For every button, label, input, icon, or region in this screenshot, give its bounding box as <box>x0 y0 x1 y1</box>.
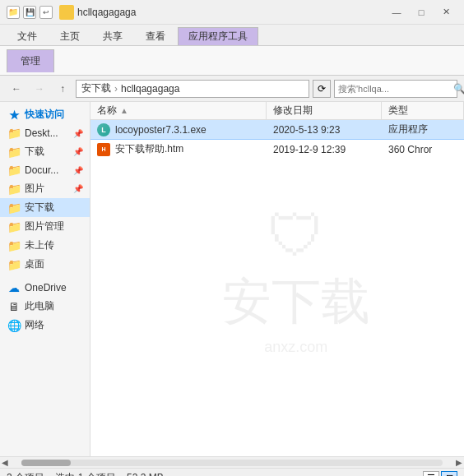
undo-icon: ↩ <box>39 6 53 19</box>
view-list-button[interactable]: ☰ <box>423 471 439 477</box>
sidebar-quick-access[interactable]: ★ 快速访问 <box>0 105 90 124</box>
exe-icon: L <box>97 123 110 136</box>
sidebar-documents-label: Docur... <box>25 164 58 176</box>
ribbon-tabs: 文件 主页 共享 查看 应用程序工具 <box>0 25 464 46</box>
content-area: 🛡 安下载 anxz.com 名称 ▲ 修改日期 类型 L locoyposte… <box>90 102 464 456</box>
sidebar-item-pictures[interactable]: 📁 图片 📌 <box>0 179 90 198</box>
tab-file[interactable]: 文件 <box>7 27 48 45</box>
tab-home[interactable]: 主页 <box>49 27 90 45</box>
sidebar-picmanage-label: 图片管理 <box>25 220 64 233</box>
sidebar-anzaiload-label: 安下载 <box>25 201 54 215</box>
col-header-name[interactable]: 名称 ▲ <box>90 102 267 119</box>
search-box[interactable]: 🔍 <box>334 80 457 98</box>
save-icon: 💾 <box>23 6 36 19</box>
search-icon: 🔍 <box>453 83 464 95</box>
view-buttons[interactable]: ☰ ⊞ <box>423 471 457 477</box>
col-header-type[interactable]: 类型 <box>382 102 464 119</box>
sidebar-onedrive-label: OneDrive <box>25 282 67 293</box>
sidebar: ★ 快速访问 📁 Deskt... 📌 📁 下载 📌 📁 Docur... 📌 … <box>0 102 90 456</box>
desktop2-folder-icon: 📁 <box>7 258 21 271</box>
sidebar-downloads-label: 下载 <box>25 145 44 159</box>
watermark-shield: 🛡 <box>222 203 370 269</box>
pin-icon-3: 📌 <box>73 184 83 193</box>
pictures-folder-icon: 📁 <box>7 183 21 196</box>
sidebar-desktop-label: Deskt... <box>25 127 58 139</box>
close-button[interactable]: ✕ <box>434 4 457 21</box>
pin-icon-1: 📌 <box>73 147 83 156</box>
quick-access-icon: ★ <box>7 109 21 122</box>
sidebar-network-label: 网络 <box>25 318 44 332</box>
back-button[interactable]: ← <box>7 79 26 99</box>
main-area: ★ 快速访问 📁 Deskt... 📌 📁 下载 📌 📁 Docur... 📌 … <box>0 102 464 456</box>
sort-indicator: ▲ <box>120 106 128 115</box>
tab-manage[interactable]: 管理 <box>7 49 54 72</box>
status-bar: 2 个项目 选中 1 个项目 52.3 MB ☰ ⊞ <box>0 468 464 476</box>
tab-app-tools[interactable]: 应用程序工具 <box>178 27 258 45</box>
onedrive-icon: ☁ <box>7 281 21 294</box>
sidebar-item-downloads[interactable]: 📁 下载 📌 <box>0 142 90 161</box>
minimize-button[interactable]: — <box>385 4 408 21</box>
title-bar: 📁 💾 ↩ hcllqagagaga — □ ✕ <box>0 0 464 25</box>
file-row-htm[interactable]: H 安下载帮助.htm 2019-12-9 12:39 360 Chror <box>90 140 464 159</box>
scroll-right-arrow[interactable]: ▶ <box>454 458 464 467</box>
path-segment: 安下载 › hcllqagagaga <box>81 81 179 95</box>
sidebar-desktop2-label: 桌面 <box>25 257 44 271</box>
title-bar-icons: 📁 💾 ↩ <box>7 6 53 19</box>
window-icon: 📁 <box>7 6 20 19</box>
scroll-thumb[interactable] <box>21 460 71 466</box>
documents-folder-icon: 📁 <box>7 164 21 177</box>
refresh-button[interactable]: ⟳ <box>313 80 331 98</box>
address-bar: ← → ↑ 安下载 › hcllqagagaga ⟳ 🔍 <box>0 76 464 102</box>
file-name-exe: L locoyposter7.3.1.exe <box>90 120 267 139</box>
network-icon: 🌐 <box>7 319 21 332</box>
desktop-folder-icon: 📁 <box>7 127 21 140</box>
sidebar-item-unuploaded[interactable]: 📁 未上传 <box>0 236 90 255</box>
watermark-text: 安下载 <box>222 274 370 329</box>
title-path: hcllqagagaga <box>77 7 385 18</box>
tab-share[interactable]: 共享 <box>92 27 133 45</box>
sidebar-item-thispc[interactable]: 🖥 此电脑 <box>0 297 90 316</box>
tab-view[interactable]: 查看 <box>135 27 176 45</box>
maximize-button[interactable]: □ <box>410 4 433 21</box>
watermark-sub: anxz.com <box>222 339 370 356</box>
h-scrollbar[interactable]: ◀ ▶ <box>0 456 464 468</box>
pin-icon-2: 📌 <box>73 166 83 175</box>
pin-icon-0: 📌 <box>73 129 83 138</box>
col-header-date[interactable]: 修改日期 <box>267 102 382 119</box>
file-date-htm: 2019-12-9 12:39 <box>267 140 382 159</box>
ribbon-content: 管理 <box>0 46 464 76</box>
search-input[interactable] <box>338 84 452 94</box>
path-folder: hcllqagagaga <box>121 83 179 95</box>
watermark: 🛡 安下载 anxz.com <box>222 203 370 356</box>
view-details-button[interactable]: ⊞ <box>441 471 457 477</box>
sidebar-item-desktop[interactable]: 📁 Deskt... 📌 <box>0 124 90 142</box>
up-button[interactable]: ↑ <box>53 79 72 99</box>
sidebar-thispc-label: 此电脑 <box>25 299 54 313</box>
quick-access-label: 快速访问 <box>25 108 64 122</box>
address-path[interactable]: 安下载 › hcllqagagaga <box>76 80 309 98</box>
sidebar-item-onedrive[interactable]: ☁ OneDrive <box>0 279 90 297</box>
path-separator: › <box>114 83 118 95</box>
file-name-htm: H 安下载帮助.htm <box>90 140 267 159</box>
picmanage-folder-icon: 📁 <box>7 220 21 233</box>
unuploaded-folder-icon: 📁 <box>7 239 21 252</box>
anzaiload-folder-icon: 📁 <box>7 201 21 215</box>
thispc-icon: 🖥 <box>7 300 21 313</box>
sidebar-item-anzaiload[interactable]: 📁 安下载 <box>0 198 90 217</box>
column-headers: 名称 ▲ 修改日期 类型 <box>90 102 464 120</box>
status-count: 2 个项目 选中 1 个项目 52.3 MB <box>7 471 416 476</box>
file-type-htm: 360 Chror <box>382 140 464 159</box>
title-controls[interactable]: — □ ✕ <box>385 4 457 21</box>
sidebar-item-picmanage[interactable]: 📁 图片管理 <box>0 217 90 236</box>
file-row-exe[interactable]: L locoyposter7.3.1.exe 2020-5-13 9:23 应用… <box>90 120 464 140</box>
sidebar-unuploaded-label: 未上传 <box>25 238 54 252</box>
scroll-left-arrow[interactable]: ◀ <box>0 458 10 467</box>
sidebar-item-network[interactable]: 🌐 网络 <box>0 316 90 335</box>
sidebar-pictures-label: 图片 <box>25 182 44 196</box>
forward-button[interactable]: → <box>30 79 49 99</box>
file-type-exe: 应用程序 <box>382 120 464 139</box>
sidebar-item-desktop2[interactable]: 📁 桌面 <box>0 255 90 274</box>
path-downloads: 安下载 <box>81 81 111 95</box>
htm-icon: H <box>97 143 110 156</box>
sidebar-item-documents[interactable]: 📁 Docur... 📌 <box>0 161 90 179</box>
